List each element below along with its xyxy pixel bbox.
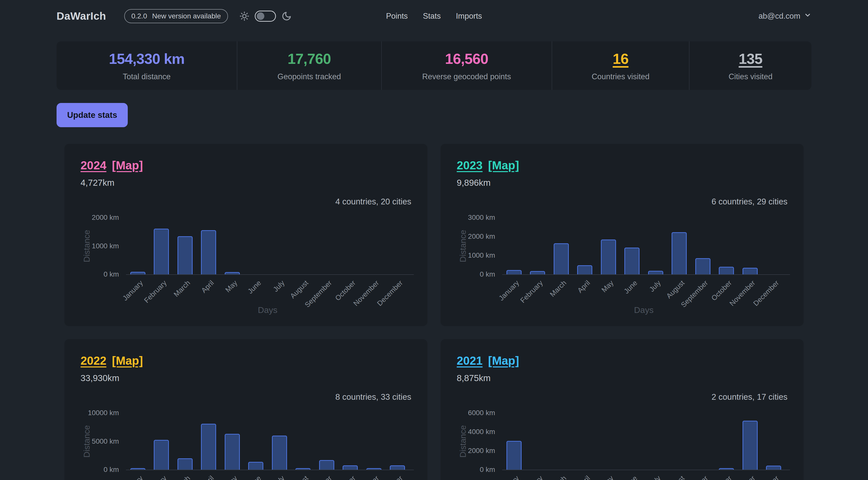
- bar-june: [624, 248, 640, 274]
- bar-december: [390, 466, 405, 470]
- bar-august: [672, 232, 687, 274]
- map-link-2023[interactable]: [Map]: [488, 159, 519, 172]
- bar-november: [743, 268, 758, 274]
- x-axis-label: June: [246, 474, 263, 480]
- y-axis-tick: 3000 km: [468, 214, 495, 222]
- year-summary: 4 countries, 20 cities: [81, 197, 411, 207]
- bar-october: [343, 466, 358, 470]
- y-axis-title: Distance: [458, 230, 468, 262]
- y-axis-title: Distance: [82, 425, 92, 457]
- account-menu[interactable]: ab@cd.com: [758, 11, 811, 21]
- sun-icon: [240, 11, 249, 21]
- x-axis-title: Days: [126, 305, 409, 315]
- bar-april: [201, 424, 216, 470]
- stat-cities-visited: 135 Cities visited: [689, 41, 811, 90]
- x-axis-label: September: [680, 474, 710, 480]
- bar-february: [154, 440, 169, 470]
- x-axis-label: August: [665, 279, 686, 300]
- page: DaWarIch 0.2.0 New version available: [57, 0, 811, 480]
- y-axis-tick: 10000 km: [88, 409, 119, 417]
- stat-label: Cities visited: [728, 72, 773, 81]
- y-axis-tick: 4000 km: [468, 428, 495, 436]
- update-stats-button[interactable]: Update stats: [57, 103, 128, 127]
- x-axis-label: March: [172, 279, 192, 298]
- map-link-2021[interactable]: [Map]: [488, 354, 519, 367]
- moon-icon: [281, 11, 291, 21]
- year-card-2022: 2022 [Map] 33,930km 8 countries, 33 citi…: [64, 339, 428, 480]
- stats-panel: 154,330 km Total distance 17,760 Geopoin…: [57, 41, 811, 90]
- x-axis-label: February: [143, 279, 168, 305]
- bar-july: [272, 436, 287, 470]
- x-axis-label: November: [352, 279, 381, 308]
- theme-toggle-knob[interactable]: [257, 12, 264, 20]
- stat-value: 154,330 km: [109, 50, 185, 67]
- x-axis-label: June: [246, 279, 263, 295]
- y-axis-tick: 2000 km: [468, 447, 495, 455]
- bar-february: [154, 229, 169, 274]
- stat-reverse-geocoded: 16,560 Reverse geocoded points: [381, 41, 552, 90]
- bar-april: [201, 230, 216, 274]
- nav-points[interactable]: Points: [386, 11, 408, 21]
- x-axis-label: October: [710, 279, 733, 302]
- y-axis-tick: 1000 km: [468, 251, 495, 259]
- y-axis-tick: 2000 km: [468, 232, 495, 241]
- x-axis-label: February: [143, 474, 168, 480]
- stat-total-distance: 154,330 km Total distance: [57, 41, 237, 90]
- x-axis-labels: JanuaryFebruaryMarchAprilMayJuneJulyAugu…: [126, 470, 409, 480]
- y-axis-tick: 2000 km: [92, 214, 119, 222]
- bar-march: [554, 243, 569, 274]
- bar-january: [506, 270, 522, 274]
- bar-april: [577, 265, 592, 274]
- bar-january: [130, 272, 146, 274]
- bar-march: [178, 458, 193, 470]
- x-axis-label: May: [224, 279, 239, 294]
- x-axis-label: December: [752, 279, 781, 308]
- app-logo[interactable]: DaWarIch: [57, 10, 106, 22]
- version-message: New version available: [152, 12, 221, 20]
- stat-geopoints: 17,760 Geopoints tracked: [237, 41, 381, 90]
- x-axis-label: January: [497, 474, 521, 480]
- year-distance: 33,930km: [81, 373, 411, 384]
- x-axis-label: November: [728, 474, 757, 480]
- x-axis-labels: JanuaryFebruaryMarchAprilMayJuneJulyAugu…: [502, 470, 785, 480]
- x-axis-label: September: [680, 279, 710, 309]
- stat-value: 17,760: [287, 50, 331, 67]
- map-link-2024[interactable]: [Map]: [112, 159, 143, 172]
- year-link-2021[interactable]: 2021: [457, 354, 483, 367]
- year-distance: 4,727km: [81, 178, 411, 189]
- y-axis-tick: 0 km: [480, 466, 495, 474]
- nav-stats[interactable]: Stats: [423, 11, 441, 21]
- y-axis-tick: 0 km: [103, 270, 119, 278]
- bar-may: [225, 434, 240, 470]
- bar-december: [766, 466, 781, 470]
- x-axis-label: October: [710, 474, 733, 480]
- y-axis-title: Distance: [82, 230, 92, 262]
- x-axis-title: Days: [502, 305, 785, 315]
- x-axis-label: June: [622, 474, 639, 480]
- year-link-2023[interactable]: 2023: [457, 159, 483, 172]
- x-axis-label: January: [497, 279, 521, 302]
- nav-imports[interactable]: Imports: [456, 11, 482, 21]
- year-link-2024[interactable]: 2024: [81, 159, 106, 172]
- x-axis-label: November: [728, 279, 757, 308]
- x-axis-label: December: [752, 474, 781, 480]
- y-axis-title: Distance: [458, 425, 468, 457]
- theme-toggle[interactable]: [255, 10, 276, 22]
- year-summary: 6 countries, 29 cities: [457, 197, 787, 207]
- top-bar: DaWarIch 0.2.0 New version available: [57, 0, 811, 32]
- year-cards-grid: 2024 [Map] 4,727km 4 countries, 20 citie…: [64, 144, 804, 480]
- main-nav: Points Stats Imports: [386, 11, 482, 21]
- map-link-2022[interactable]: [Map]: [112, 354, 143, 367]
- stat-value countries-link[interactable]: 16: [613, 50, 629, 67]
- year-link-2022[interactable]: 2022: [81, 354, 106, 367]
- x-axis-label: December: [376, 474, 404, 480]
- stat-value cities-link[interactable]: 135: [739, 50, 763, 67]
- x-axis-label: April: [576, 474, 592, 480]
- x-axis-label: June: [622, 279, 639, 295]
- year-card-2023: 2023 [Map] 9,896km 6 countries, 29 citie…: [440, 144, 804, 326]
- version-badge: 0.2.0 New version available: [124, 9, 228, 23]
- x-axis-label: March: [548, 474, 568, 480]
- bar-may: [601, 239, 616, 274]
- y-axis-tick: 1000 km: [92, 242, 119, 250]
- chevron-down-icon: [804, 11, 811, 21]
